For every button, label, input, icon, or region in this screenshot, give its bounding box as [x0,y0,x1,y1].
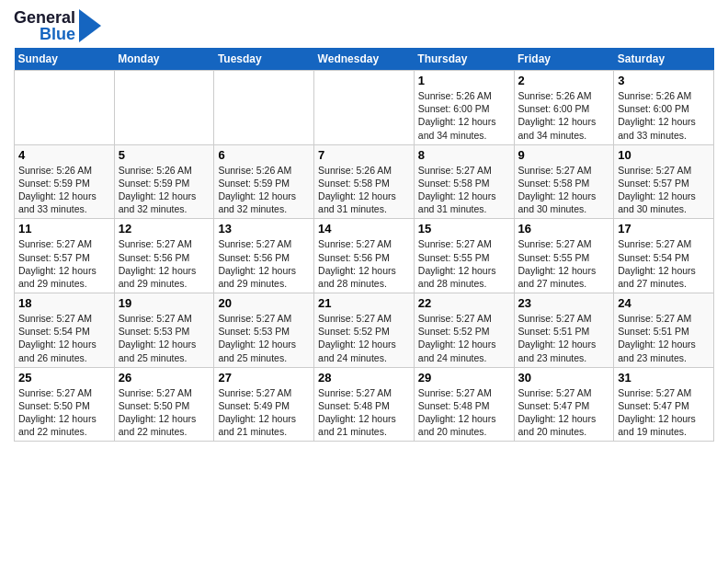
calendar-cell: 27Sunrise: 5:27 AM Sunset: 5:49 PM Dayli… [214,367,314,442]
weekday-header: Thursday [414,48,514,71]
calendar-cell: 15Sunrise: 5:27 AM Sunset: 5:55 PM Dayli… [414,219,514,293]
day-number: 4 [18,148,110,162]
day-number: 26 [119,371,210,385]
calendar-cell: 3Sunrise: 5:26 AM Sunset: 6:00 PM Daylig… [614,71,714,145]
day-number: 10 [618,148,710,162]
day-info: Sunrise: 5:27 AM Sunset: 5:55 PM Dayligh… [418,237,510,290]
day-info: Sunrise: 5:27 AM Sunset: 5:52 PM Dayligh… [318,312,410,364]
day-number: 9 [518,148,610,162]
day-number: 16 [518,222,610,236]
calendar-cell: 31Sunrise: 5:27 AM Sunset: 5:47 PM Dayli… [614,367,714,442]
day-number: 31 [618,371,710,385]
day-info: Sunrise: 5:27 AM Sunset: 5:57 PM Dayligh… [18,237,110,290]
calendar-cell: 5Sunrise: 5:26 AM Sunset: 5:59 PM Daylig… [114,144,214,219]
day-info: Sunrise: 5:26 AM Sunset: 6:00 PM Dayligh… [418,89,510,142]
day-info: Sunrise: 5:27 AM Sunset: 5:49 PM Dayligh… [218,386,310,439]
day-info: Sunrise: 5:27 AM Sunset: 5:54 PM Dayligh… [618,237,710,290]
calendar-body: 1Sunrise: 5:26 AM Sunset: 6:00 PM Daylig… [15,71,714,442]
calendar-cell: 28Sunrise: 5:27 AM Sunset: 5:48 PM Dayli… [314,367,415,442]
day-info: Sunrise: 5:26 AM Sunset: 5:59 PM Dayligh… [218,164,310,216]
day-number: 20 [218,296,310,310]
calendar-header-row: SundayMondayTuesdayWednesdayThursdayFrid… [15,48,714,71]
calendar-cell: 8Sunrise: 5:27 AM Sunset: 5:58 PM Daylig… [414,144,514,219]
calendar-cell: 6Sunrise: 5:26 AM Sunset: 5:59 PM Daylig… [214,144,314,219]
day-number: 8 [418,148,510,162]
calendar-cell: 22Sunrise: 5:27 AM Sunset: 5:52 PM Dayli… [414,293,514,368]
day-info: Sunrise: 5:27 AM Sunset: 5:55 PM Dayligh… [518,237,610,290]
calendar-week-row: 18Sunrise: 5:27 AM Sunset: 5:54 PM Dayli… [15,293,714,368]
day-number: 27 [218,371,310,385]
day-number: 25 [18,371,110,385]
page-header: General Blue [14,9,714,42]
day-info: Sunrise: 5:27 AM Sunset: 5:50 PM Dayligh… [119,386,210,439]
day-number: 7 [318,148,410,162]
day-number: 11 [18,222,110,236]
day-number: 30 [518,371,610,385]
day-number: 3 [618,74,710,87]
logo-blue: Blue [40,26,75,42]
calendar-cell: 2Sunrise: 5:26 AM Sunset: 6:00 PM Daylig… [514,71,614,145]
calendar-cell: 4Sunrise: 5:26 AM Sunset: 5:59 PM Daylig… [15,144,115,219]
day-number: 13 [218,222,310,236]
logo-container: General Blue [14,9,101,42]
calendar-cell: 1Sunrise: 5:26 AM Sunset: 6:00 PM Daylig… [414,71,514,145]
calendar-cell: 10Sunrise: 5:27 AM Sunset: 5:57 PM Dayli… [614,144,714,219]
calendar-cell: 25Sunrise: 5:27 AM Sunset: 5:50 PM Dayli… [15,367,115,442]
calendar-cell [114,71,214,145]
day-number: 29 [418,371,510,385]
day-info: Sunrise: 5:27 AM Sunset: 5:48 PM Dayligh… [418,386,510,439]
day-info: Sunrise: 5:27 AM Sunset: 5:54 PM Dayligh… [18,312,110,364]
day-number: 21 [318,296,410,310]
day-info: Sunrise: 5:27 AM Sunset: 5:47 PM Dayligh… [518,386,610,439]
day-number: 12 [119,222,210,236]
day-info: Sunrise: 5:27 AM Sunset: 5:56 PM Dayligh… [119,237,210,290]
calendar-cell: 7Sunrise: 5:26 AM Sunset: 5:58 PM Daylig… [314,144,415,219]
day-info: Sunrise: 5:27 AM Sunset: 5:51 PM Dayligh… [518,312,610,364]
logo-text-group: General Blue [14,9,75,42]
calendar-cell: 29Sunrise: 5:27 AM Sunset: 5:48 PM Dayli… [414,367,514,442]
calendar-cell [214,71,314,145]
calendar-cell: 11Sunrise: 5:27 AM Sunset: 5:57 PM Dayli… [15,219,115,293]
calendar-cell: 19Sunrise: 5:27 AM Sunset: 5:53 PM Dayli… [114,293,214,368]
calendar-cell: 12Sunrise: 5:27 AM Sunset: 5:56 PM Dayli… [114,219,214,293]
calendar-cell [15,71,115,145]
calendar-table: SundayMondayTuesdayWednesdayThursdayFrid… [14,48,714,442]
day-number: 6 [218,148,310,162]
day-number: 18 [18,296,110,310]
svg-marker-0 [79,9,101,42]
calendar-week-row: 11Sunrise: 5:27 AM Sunset: 5:57 PM Dayli… [15,219,714,293]
weekday-header: Sunday [15,48,115,71]
weekday-header: Tuesday [214,48,314,71]
day-info: Sunrise: 5:26 AM Sunset: 5:59 PM Dayligh… [18,164,110,216]
weekday-header: Saturday [614,48,714,71]
day-info: Sunrise: 5:27 AM Sunset: 5:53 PM Dayligh… [218,312,310,364]
logo-general: General [14,9,75,26]
day-info: Sunrise: 5:27 AM Sunset: 5:57 PM Dayligh… [618,164,710,216]
calendar-week-row: 1Sunrise: 5:26 AM Sunset: 6:00 PM Daylig… [15,71,714,145]
logo: General Blue [14,9,101,42]
calendar-cell: 30Sunrise: 5:27 AM Sunset: 5:47 PM Dayli… [514,367,614,442]
calendar-cell: 16Sunrise: 5:27 AM Sunset: 5:55 PM Dayli… [514,219,614,293]
calendar-cell: 13Sunrise: 5:27 AM Sunset: 5:56 PM Dayli… [214,219,314,293]
calendar-cell: 17Sunrise: 5:27 AM Sunset: 5:54 PM Dayli… [614,219,714,293]
day-number: 23 [518,296,610,310]
day-number: 24 [618,296,710,310]
day-info: Sunrise: 5:27 AM Sunset: 5:47 PM Dayligh… [618,386,710,439]
day-info: Sunrise: 5:27 AM Sunset: 5:56 PM Dayligh… [318,237,410,290]
day-number: 22 [418,296,510,310]
logo-icon [79,9,101,42]
day-info: Sunrise: 5:27 AM Sunset: 5:56 PM Dayligh… [218,237,310,290]
weekday-header: Monday [114,48,214,71]
day-number: 15 [418,222,510,236]
day-info: Sunrise: 5:27 AM Sunset: 5:50 PM Dayligh… [18,386,110,439]
calendar-cell: 14Sunrise: 5:27 AM Sunset: 5:56 PM Dayli… [314,219,415,293]
day-number: 19 [119,296,210,310]
day-info: Sunrise: 5:26 AM Sunset: 5:58 PM Dayligh… [318,164,410,216]
calendar-week-row: 25Sunrise: 5:27 AM Sunset: 5:50 PM Dayli… [15,367,714,442]
day-info: Sunrise: 5:26 AM Sunset: 6:00 PM Dayligh… [518,89,610,142]
calendar-week-row: 4Sunrise: 5:26 AM Sunset: 5:59 PM Daylig… [15,144,714,219]
day-number: 1 [418,74,510,87]
calendar-cell: 9Sunrise: 5:27 AM Sunset: 5:58 PM Daylig… [514,144,614,219]
day-info: Sunrise: 5:27 AM Sunset: 5:58 PM Dayligh… [518,164,610,216]
day-info: Sunrise: 5:27 AM Sunset: 5:52 PM Dayligh… [418,312,510,364]
